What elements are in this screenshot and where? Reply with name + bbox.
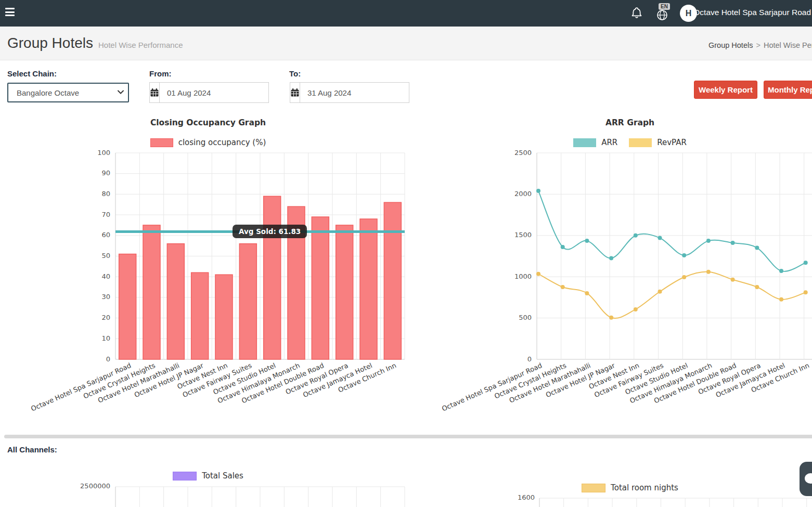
arr-legend-label: ARR [601, 138, 617, 147]
language-globe-icon[interactable]: EN [654, 2, 675, 23]
arr-legend: ARR RevPAR [526, 138, 734, 147]
chain-select-wrap: Bangalore Octave [7, 83, 129, 102]
to-date-input[interactable] [300, 88, 412, 98]
main-panel [0, 60, 812, 434]
breadcrumb-separator: > [756, 41, 760, 49]
weekly-report-button[interactable]: Weekly Report [694, 81, 757, 99]
revpar-legend-label: RevPAR [657, 138, 687, 147]
calendar-icon[interactable] [150, 83, 160, 102]
navbar-hotel-name[interactable]: Octave Hotel Spa Sarjapur Road [693, 8, 811, 17]
total-sales-legend: Total Sales [7, 471, 409, 480]
avg-sold-tooltip: Avg Sold: 61.83 [233, 225, 307, 238]
revpar-legend-item[interactable]: RevPAR [629, 138, 687, 147]
room-nights-legend-label: Total room nights [611, 483, 678, 492]
breadcrumb-current: Hotel Wise Performance [764, 41, 812, 49]
from-date-input[interactable] [160, 88, 272, 98]
occupancy-legend-swatch [150, 138, 173, 147]
from-label: From: [149, 69, 172, 78]
chat-widget-button[interactable] [800, 462, 812, 496]
chain-select[interactable]: Bangalore Octave [7, 83, 129, 102]
revpar-legend-swatch [629, 138, 652, 147]
breadcrumb-root[interactable]: Group Hotels [708, 41, 753, 49]
hamburger-menu-icon[interactable] [5, 8, 17, 18]
from-date-group [149, 82, 269, 103]
arr-chart-title: ARR Graph [526, 118, 734, 127]
page-header: Group HotelsHotel Wise Performance Group… [0, 27, 812, 60]
chat-bubble-icon [805, 473, 812, 484]
top-navbar: EN H Octave Hotel Spa Sarjapur Road [0, 0, 812, 27]
notifications-bell-icon[interactable] [630, 6, 643, 21]
section-divider [4, 435, 812, 438]
arr-legend-swatch [573, 138, 596, 147]
room-nights-legend: Total room nights [526, 483, 734, 492]
room-nights-legend-item[interactable]: Total room nights [582, 483, 678, 492]
to-date-group [290, 82, 409, 103]
language-badge: EN [659, 3, 670, 10]
occupancy-legend-label: closing occupancy (%) [178, 138, 266, 147]
to-label: To: [289, 69, 301, 78]
monthly-report-button[interactable]: Monthly Report [764, 81, 812, 99]
page: EN H Octave Hotel Spa Sarjapur Road Grou… [0, 0, 812, 507]
arr-legend-item[interactable]: ARR [573, 138, 617, 147]
total-sales-legend-swatch [173, 472, 197, 480]
occupancy-legend: closing occupancy (%) [7, 138, 409, 147]
occupancy-chart-title: Closing Occupancy Graph [7, 118, 409, 127]
calendar-icon[interactable] [290, 83, 300, 102]
page-title: Group Hotels [7, 35, 93, 51]
breadcrumb: Group Hotels > Hotel Wise Performance [705, 41, 812, 49]
all-channels-label: All Channels: [7, 445, 57, 454]
occupancy-legend-item[interactable]: closing occupancy (%) [150, 138, 266, 147]
select-chain-label: Select Chain: [7, 69, 57, 78]
page-title-row: Group HotelsHotel Wise Performance [7, 35, 183, 51]
room-nights-legend-swatch [582, 484, 605, 492]
page-subtitle: Hotel Wise Performance [98, 41, 183, 49]
total-sales-legend-item[interactable]: Total Sales [173, 471, 243, 480]
total-sales-legend-label: Total Sales [202, 471, 243, 480]
